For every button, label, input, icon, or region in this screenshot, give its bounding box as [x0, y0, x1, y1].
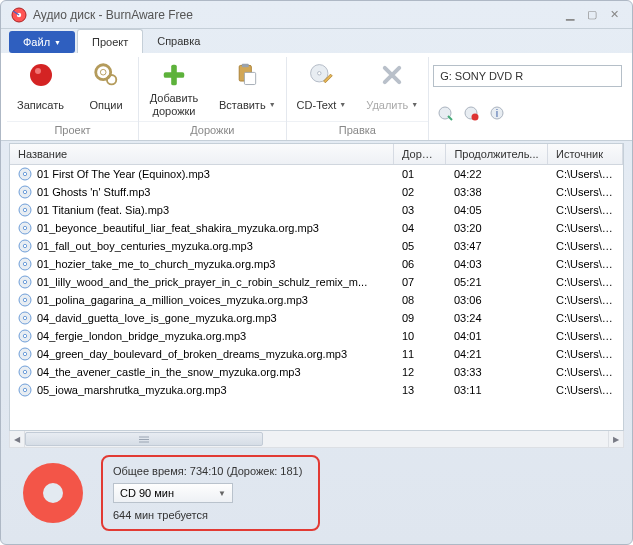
- disc-type-select[interactable]: CD 90 мин ▼: [113, 483, 233, 503]
- cell-source: C:\Users\kate\Mus: [548, 221, 623, 235]
- cell-name: 01_beyonce_beautiful_liar_feat_shakira_m…: [10, 220, 394, 236]
- svg-point-40: [23, 352, 26, 355]
- table-row[interactable]: 04_green_day_boulevard_of_broken_dreams_…: [10, 345, 623, 363]
- svg-point-46: [43, 483, 63, 503]
- track-list: Название Доро... Продолжитель... Источни…: [9, 143, 624, 431]
- cell-source: C:\Users\kate\Mus: [548, 167, 623, 181]
- audio-file-icon: [18, 383, 32, 397]
- footer: Общее время: 734:10 (Дорожек: 181) CD 90…: [1, 448, 632, 544]
- audio-file-icon: [18, 221, 32, 235]
- cell-duration: 03:47: [446, 239, 548, 253]
- table-row[interactable]: 01_fall_out_boy_centuries_myzuka.org.mp3…: [10, 237, 623, 255]
- col-track[interactable]: Доро...: [394, 144, 446, 164]
- ribbon-group-project: Записать Опции Проект: [7, 57, 139, 140]
- disc-usage-icon: [21, 461, 85, 525]
- svg-point-13: [318, 72, 321, 75]
- menu-help[interactable]: Справка: [143, 29, 214, 53]
- table-row[interactable]: 04_fergie_london_bridge_myzuka.org.mp310…: [10, 327, 623, 345]
- insert-button[interactable]: Вставить▼: [209, 57, 286, 121]
- add-tracks-button[interactable]: Добавить дорожки: [139, 57, 209, 121]
- table-row[interactable]: 01_polina_gagarina_a_million_voices_myzu…: [10, 291, 623, 309]
- cell-duration: 04:05: [446, 203, 548, 217]
- scroll-left-icon[interactable]: ◀: [10, 431, 25, 447]
- table-row[interactable]: 01 Ghosts 'n' Stuff.mp30203:38C:\Users\k…: [10, 183, 623, 201]
- cell-track: 11: [394, 347, 446, 361]
- cell-duration: 03:20: [446, 221, 548, 235]
- drive-select[interactable]: G: SONY DVD R: [433, 65, 622, 87]
- minimize-button[interactable]: ▁: [562, 8, 578, 22]
- table-row[interactable]: 01 Titanium (feat. Sia).mp30304:05C:\Use…: [10, 201, 623, 219]
- svg-point-2: [30, 64, 52, 86]
- scroll-thumb[interactable]: [25, 432, 263, 446]
- svg-point-30: [23, 262, 26, 265]
- delete-icon: [377, 60, 407, 90]
- track-name: 04_green_day_boulevard_of_broken_dreams_…: [37, 348, 347, 360]
- info-icon[interactable]: i: [489, 105, 505, 121]
- col-source[interactable]: Источник: [548, 144, 623, 164]
- eject-icon[interactable]: [437, 105, 453, 121]
- group-tracks-label: Дорожки: [139, 121, 286, 139]
- track-name: 01 First Of The Year (Equinox).mp3: [37, 168, 210, 180]
- cell-duration: 04:22: [446, 167, 548, 181]
- ribbon: Записать Опции Проект Добавить дорожки В…: [1, 53, 632, 141]
- audio-file-icon: [18, 275, 32, 289]
- cell-source: C:\Users\kate\Mus: [548, 347, 623, 361]
- cell-source: C:\Users\kate\Mus: [548, 329, 623, 343]
- close-button[interactable]: ✕: [606, 8, 622, 22]
- cell-name: 04_david_guetta_love_is_gone_myzuka.org.…: [10, 310, 394, 326]
- cell-source: C:\Users\kate\Mus: [548, 185, 623, 199]
- app-window: Аудио диск - BurnAware Free ▁ ▢ ✕ Файл▼ …: [0, 0, 633, 545]
- table-row[interactable]: 04_the_avener_castle_in_the_snow_myzuka.…: [10, 363, 623, 381]
- cell-name: 01 First Of The Year (Equinox).mp3: [10, 166, 394, 182]
- svg-point-20: [23, 172, 26, 175]
- cell-duration: 03:11: [446, 383, 548, 397]
- cell-duration: 03:33: [446, 365, 548, 379]
- ribbon-group-drive: G: SONY DVD R i: [429, 57, 626, 140]
- horizontal-scrollbar[interactable]: ◀ ▶: [9, 431, 624, 448]
- cell-duration: 04:21: [446, 347, 548, 361]
- scroll-right-icon[interactable]: ▶: [608, 431, 623, 447]
- stop-icon[interactable]: [463, 105, 479, 121]
- cell-track: 07: [394, 275, 446, 289]
- svg-rect-11: [245, 72, 256, 84]
- track-name: 04_fergie_london_bridge_myzuka.org.mp3: [37, 330, 246, 342]
- svg-point-36: [23, 316, 26, 319]
- delete-button[interactable]: Удалить▼: [356, 57, 428, 121]
- cdtext-button[interactable]: CD-Text▼: [287, 57, 357, 121]
- table-row[interactable]: 01_hozier_take_me_to_church_myzuka.org.m…: [10, 255, 623, 273]
- menu-file[interactable]: Файл▼: [9, 31, 75, 53]
- cell-duration: 05:21: [446, 275, 548, 289]
- group-edit-label: Правка: [287, 121, 429, 139]
- cell-track: 06: [394, 257, 446, 271]
- cell-track: 09: [394, 311, 446, 325]
- svg-point-38: [23, 334, 26, 337]
- track-name: 04_david_guetta_love_is_gone_myzuka.org.…: [37, 312, 277, 324]
- cell-name: 04_fergie_london_bridge_myzuka.org.mp3: [10, 328, 394, 344]
- list-header: Название Доро... Продолжитель... Источни…: [10, 144, 623, 165]
- table-row[interactable]: 01_lilly_wood_and_the_prick_prayer_in_c_…: [10, 273, 623, 291]
- track-name: 01_hozier_take_me_to_church_myzuka.org.m…: [37, 258, 275, 270]
- svg-point-22: [23, 190, 26, 193]
- table-row[interactable]: 01_beyonce_beautiful_liar_feat_shakira_m…: [10, 219, 623, 237]
- disc-edit-icon: [306, 60, 336, 90]
- col-name[interactable]: Название: [10, 144, 394, 164]
- table-row[interactable]: 01 First Of The Year (Equinox).mp30104:2…: [10, 165, 623, 183]
- menu-project[interactable]: Проект: [77, 29, 143, 53]
- dropdown-icon: ▼: [339, 101, 346, 109]
- maximize-button[interactable]: ▢: [584, 8, 600, 22]
- table-row[interactable]: 04_david_guetta_love_is_gone_myzuka.org.…: [10, 309, 623, 327]
- options-button[interactable]: Опции: [74, 57, 138, 121]
- cell-source: C:\Users\kate\Mus: [548, 311, 623, 325]
- svg-point-5: [100, 69, 106, 75]
- col-duration[interactable]: Продолжитель...: [446, 144, 548, 164]
- cell-track: 01: [394, 167, 446, 181]
- plus-icon: [159, 60, 189, 90]
- burn-button[interactable]: Записать: [7, 57, 74, 121]
- track-name: 05_iowa_marshrutka_myzuka.org.mp3: [37, 384, 227, 396]
- audio-file-icon: [18, 347, 32, 361]
- cell-track: 12: [394, 365, 446, 379]
- cell-track: 04: [394, 221, 446, 235]
- audio-file-icon: [18, 203, 32, 217]
- table-row[interactable]: 05_iowa_marshrutka_myzuka.org.mp31303:11…: [10, 381, 623, 399]
- audio-file-icon: [18, 257, 32, 271]
